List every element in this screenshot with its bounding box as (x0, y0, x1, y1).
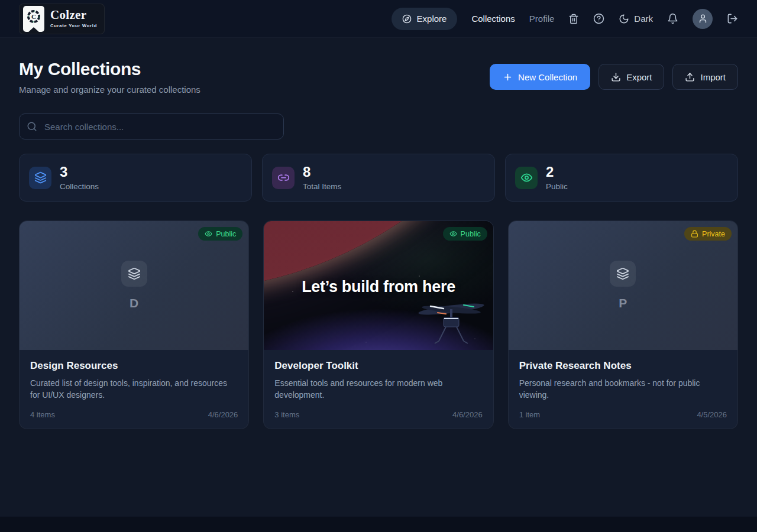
eye-icon (449, 230, 457, 238)
collection-description: Personal research and bookmarks - not fo… (519, 377, 727, 401)
stars-graphic (264, 221, 265, 222)
stats-row: 3 Collections 8 Total Items 2 (19, 154, 738, 202)
nav-item-explore[interactable]: Explore (392, 8, 458, 30)
stat-label: Total Items (303, 182, 341, 191)
collection-initial: P (619, 296, 627, 310)
collection-meta: 3 items 4/6/2026 (274, 410, 482, 419)
search-bar (19, 113, 284, 140)
help-circle-icon (593, 13, 604, 24)
stat-card-total-items: 8 Total Items (262, 154, 495, 202)
visibility-badge: Public (443, 227, 487, 241)
eye-icon (515, 167, 538, 189)
collection-banner: D Public (20, 221, 248, 350)
visibility-badge: Public (198, 227, 242, 241)
trash-icon (568, 14, 579, 24)
plus-icon (503, 72, 513, 82)
page-title: My Collections (19, 59, 200, 79)
search-icon (27, 121, 37, 132)
footer-strip (0, 517, 757, 532)
main-content: My Collections Manage and organize your … (0, 38, 757, 517)
top-nav: C Colzer Curate Your World Explore Colle… (0, 0, 757, 38)
brand-tagline: Curate Your World (50, 24, 97, 28)
layers-icon (610, 261, 636, 287)
nav-item-collections[interactable]: Collections (471, 14, 515, 24)
page-subtitle: Manage and organize your curated collect… (19, 85, 200, 95)
logout-button[interactable] (727, 13, 738, 24)
stat-value: 8 (303, 164, 341, 180)
collection-item-count: 1 item (519, 410, 540, 419)
new-collection-button[interactable]: New Collection (490, 64, 590, 90)
stat-card-collections: 3 Collections (19, 154, 252, 202)
knot-icon: C (26, 9, 41, 24)
lock-icon (691, 230, 698, 238)
collection-description: Essential tools and resources for modern… (274, 377, 482, 401)
help-button[interactable] (593, 13, 604, 24)
brand-name: Colzer (50, 9, 97, 21)
moon-icon (619, 14, 629, 24)
new-collection-label: New Collection (518, 72, 577, 82)
logo-bookmark-icon: C (23, 6, 44, 32)
import-button[interactable]: Import (672, 64, 738, 90)
page-title-block: My Collections Manage and organize your … (19, 59, 200, 95)
collection-initial: D (130, 296, 138, 310)
collection-card-design-resources[interactable]: D Public Design Resources Curated list o… (19, 220, 249, 429)
collection-item-count: 3 items (274, 410, 299, 419)
collection-meta: 1 item 4/5/2026 (519, 410, 727, 419)
export-label: Export (626, 72, 652, 82)
page-header: My Collections Manage and organize your … (19, 59, 738, 95)
theme-label: Dark (634, 14, 653, 24)
bell-icon (667, 13, 678, 24)
theme-toggle[interactable]: Dark (619, 14, 653, 24)
stat-text: 3 Collections (60, 164, 99, 190)
stat-text: 2 Public (546, 164, 568, 190)
brand-logo[interactable]: C Colzer Curate Your World (19, 4, 105, 34)
export-button[interactable]: Export (599, 64, 664, 90)
stat-label: Collections (60, 182, 99, 191)
helicopter-graphic (407, 293, 493, 349)
upload-icon (685, 72, 695, 82)
collection-meta: 4 items 4/6/2026 (30, 410, 238, 419)
badge-label: Public (216, 230, 236, 238)
badge-label: Private (702, 230, 725, 238)
svg-text:C: C (31, 13, 36, 20)
collection-title: Private Research Notes (519, 360, 727, 372)
badge-label: Public (461, 230, 481, 238)
import-label: Import (700, 72, 726, 82)
download-icon (611, 72, 621, 82)
collection-card-private-research-notes[interactable]: P Private Private Research Notes Persona… (508, 220, 738, 429)
layers-icon (121, 261, 147, 287)
compass-icon (402, 14, 412, 24)
collection-card-body: Developer Toolkit Essential tools and re… (264, 350, 493, 429)
link-icon (272, 167, 295, 189)
nav-actions: Explore Collections Profile Dark (392, 8, 738, 30)
logo-text: Colzer Curate Your World (50, 9, 97, 28)
explore-label: Explore (417, 14, 447, 24)
collection-banner-image: Let’s build from here (264, 221, 493, 350)
logout-icon (727, 13, 738, 24)
collection-date: 4/5/2026 (697, 410, 727, 419)
eye-icon (205, 230, 212, 238)
collection-card-body: Design Resources Curated list of design … (20, 350, 248, 429)
search-input[interactable] (19, 113, 284, 140)
collection-title: Design Resources (30, 360, 238, 372)
trash-button[interactable] (568, 14, 579, 24)
stat-label: Public (546, 182, 568, 191)
user-icon (698, 14, 708, 24)
notifications-button[interactable] (667, 13, 678, 24)
collection-card-developer-toolkit[interactable]: Let’s build from here (263, 220, 493, 429)
collection-card-body: Private Research Notes Personal research… (509, 350, 737, 429)
stat-value: 2 (546, 164, 568, 180)
user-avatar[interactable] (693, 9, 713, 29)
collection-banner: P Private (509, 221, 737, 350)
collection-date: 4/6/2026 (452, 410, 483, 419)
stat-value: 3 (60, 164, 99, 180)
layers-icon (29, 167, 51, 189)
collection-date: 4/6/2026 (208, 410, 238, 419)
stat-text: 8 Total Items (303, 164, 341, 190)
collection-item-count: 4 items (30, 410, 55, 419)
collections-grid: D Public Design Resources Curated list o… (19, 220, 738, 429)
collection-description: Curated list of design tools, inspiratio… (30, 377, 238, 401)
visibility-badge: Private (684, 227, 732, 241)
nav-item-profile[interactable]: Profile (529, 14, 555, 24)
header-actions: New Collection Export Import (490, 64, 738, 90)
